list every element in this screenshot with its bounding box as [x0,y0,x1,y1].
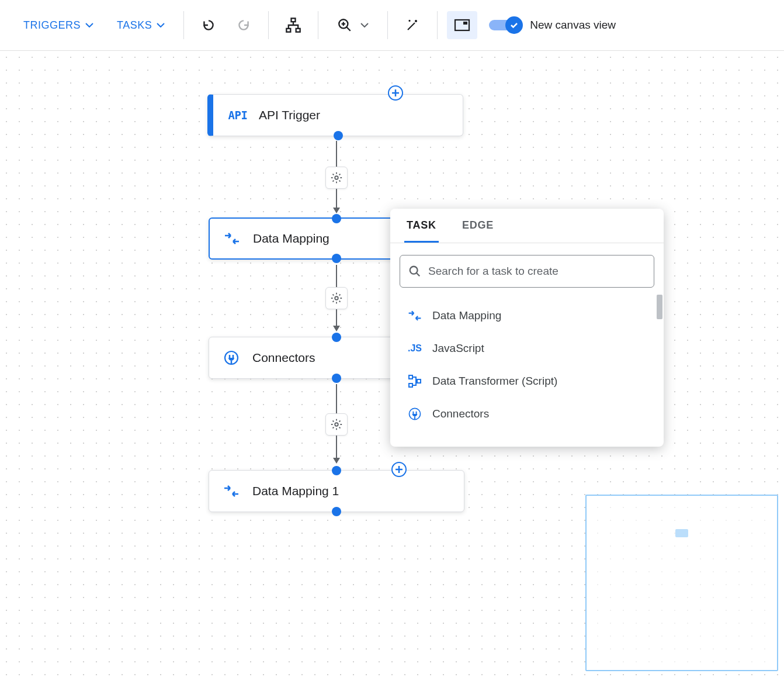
task-item-label: Data Transformer (Script) [432,375,557,388]
svg-rect-2 [296,29,300,32]
tasks-dropdown[interactable]: TASKS [107,11,174,39]
connectors-icon [407,406,423,422]
minimap[interactable] [585,495,778,671]
edge-settings-button[interactable] [325,167,348,189]
port-top[interactable] [332,466,341,475]
triggers-dropdown[interactable]: TRIGGERS [14,11,103,39]
task-item-javascript[interactable]: .JS JavaScript [390,332,664,365]
edge [336,141,337,167]
arrow-icon [333,208,340,213]
tab-task[interactable]: TASK [404,209,439,243]
task-item-label: Data Mapping [432,309,501,322]
port-bottom[interactable] [332,254,341,263]
undo-icon [201,18,216,33]
connectors-icon [221,347,242,368]
node-label: Connectors [252,351,315,365]
add-node-button[interactable] [391,462,407,477]
javascript-icon: .JS [407,340,423,357]
data-transformer-icon [407,373,423,389]
zoom-dropdown[interactable] [328,11,378,39]
node-label: Data Mapping 1 [252,484,339,498]
separator [268,11,269,39]
search-icon [408,265,421,278]
node-label: Data Mapping [253,232,329,246]
canvas[interactable]: API API Trigger Data Mapping [0,51,784,677]
arrow-icon [333,458,340,464]
plus-icon [391,89,400,97]
svg-rect-0 [292,18,296,22]
redo-button[interactable] [228,11,259,39]
layout-button[interactable] [278,11,308,39]
svg-rect-11 [409,375,412,379]
node-label: API Trigger [259,108,320,122]
arrow-icon [333,326,340,331]
edge [336,189,337,208]
svg-rect-4 [455,20,469,30]
canvas-view-toggle[interactable] [489,16,523,34]
undo-button[interactable] [193,11,224,39]
check-icon [509,20,519,30]
edge [336,384,337,413]
edge-settings-button[interactable] [325,287,348,309]
node-data-mapping-1[interactable]: Data Mapping 1 [209,470,464,512]
task-item-label: Connectors [432,407,489,420]
gear-icon [330,418,343,431]
edge [336,265,337,287]
gear-icon [330,171,343,184]
data-mapping-icon [221,481,242,502]
search-box[interactable] [400,255,654,288]
node-api-trigger[interactable]: API API Trigger [207,94,463,136]
svg-rect-12 [417,379,421,383]
toggle-label: New canvas view [530,19,616,32]
zoom-in-icon [337,18,352,33]
search-input[interactable] [428,265,646,278]
edge-settings-button[interactable] [325,413,348,436]
port-top[interactable] [332,333,341,342]
svg-point-9 [335,423,338,426]
task-item-data-mapping[interactable]: Data Mapping [390,299,664,332]
toggle-thumb [505,16,523,34]
svg-rect-13 [409,384,412,387]
scrollbar[interactable] [657,295,662,319]
minimap-node [675,529,688,537]
svg-rect-5 [463,22,467,25]
redo-icon [236,18,251,33]
chevron-down-icon [360,23,369,27]
toolbar: TRIGGERS TASKS [0,0,784,51]
plus-icon [395,465,403,474]
port-bottom[interactable] [332,507,341,516]
port-top[interactable] [332,214,341,223]
svg-point-6 [335,176,338,179]
edge [336,436,337,458]
wand-icon [405,18,419,32]
separator [437,11,438,39]
tasks-label: TASKS [117,19,152,32]
task-item-label: JavaScript [432,342,484,355]
separator [318,11,318,39]
separator [183,11,184,39]
chevron-down-icon [157,23,165,27]
hierarchy-icon [285,17,301,33]
separator [387,11,388,39]
tab-edge[interactable]: EDGE [460,209,496,243]
search-wrap [390,243,664,295]
task-item-connectors[interactable]: Connectors [390,398,664,430]
port-bottom[interactable] [334,131,343,140]
svg-point-10 [410,267,418,274]
triggers-label: TRIGGERS [23,19,81,32]
magic-wand-button[interactable] [397,11,428,39]
canvas-view-button[interactable] [447,11,477,39]
data-mapping-icon [407,308,423,324]
panel-icon [454,19,470,32]
add-node-button[interactable] [388,85,403,101]
canvas-view-toggle-wrap: New canvas view [489,16,616,34]
chevron-down-icon [85,23,93,27]
task-item-data-transformer[interactable]: Data Transformer (Script) [390,365,664,398]
popup-tabs: TASK EDGE [390,209,664,243]
task-list: Data Mapping .JS JavaScript Data Transfo… [390,295,664,447]
svg-point-7 [335,296,338,300]
gear-icon [330,292,343,305]
api-icon: API [227,105,248,126]
svg-rect-1 [287,29,291,32]
port-bottom[interactable] [332,374,341,383]
